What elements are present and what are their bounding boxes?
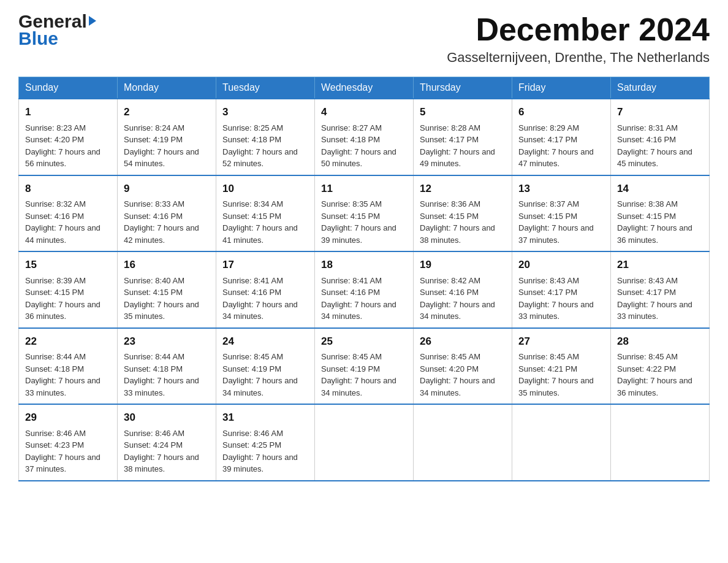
calendar-cell: 1 Sunrise: 8:23 AMSunset: 4:20 PMDayligh…	[19, 99, 118, 175]
calendar-cell: 7 Sunrise: 8:31 AMSunset: 4:16 PMDayligh…	[611, 99, 710, 175]
calendar-cell: 8 Sunrise: 8:32 AMSunset: 4:16 PMDayligh…	[19, 175, 118, 252]
calendar-cell: 13 Sunrise: 8:37 AMSunset: 4:15 PMDaylig…	[512, 175, 611, 252]
day-info: Sunrise: 8:37 AMSunset: 4:15 PMDaylight:…	[518, 199, 594, 245]
calendar-week-row-5: 29 Sunrise: 8:46 AMSunset: 4:23 PMDaylig…	[19, 404, 710, 481]
calendar-cell: 21 Sunrise: 8:43 AMSunset: 4:17 PMDaylig…	[611, 251, 710, 328]
day-info: Sunrise: 8:38 AMSunset: 4:15 PMDaylight:…	[617, 199, 692, 245]
col-friday: Friday	[512, 77, 611, 99]
calendar-cell: 25 Sunrise: 8:45 AMSunset: 4:19 PMDaylig…	[315, 328, 414, 405]
day-info: Sunrise: 8:46 AMSunset: 4:23 PMDaylight:…	[25, 429, 100, 474]
day-number: 20	[518, 257, 604, 273]
calendar-cell: 4 Sunrise: 8:27 AMSunset: 4:18 PMDayligh…	[315, 99, 414, 175]
day-number: 23	[124, 334, 210, 350]
col-sunday: Sunday	[19, 77, 118, 99]
day-number: 15	[25, 257, 111, 273]
calendar-week-row-2: 8 Sunrise: 8:32 AMSunset: 4:16 PMDayligh…	[19, 175, 710, 252]
day-info: Sunrise: 8:32 AMSunset: 4:16 PMDaylight:…	[25, 199, 100, 245]
calendar-cell: 9 Sunrise: 8:33 AMSunset: 4:16 PMDayligh…	[118, 175, 216, 252]
day-number: 16	[124, 257, 210, 273]
day-info: Sunrise: 8:46 AMSunset: 4:24 PMDaylight:…	[124, 429, 199, 474]
calendar-week-row-1: 1 Sunrise: 8:23 AMSunset: 4:20 PMDayligh…	[19, 99, 710, 175]
day-info: Sunrise: 8:44 AMSunset: 4:18 PMDaylight:…	[124, 352, 199, 397]
day-info: Sunrise: 8:46 AMSunset: 4:25 PMDaylight:…	[222, 429, 298, 474]
day-info: Sunrise: 8:34 AMSunset: 4:15 PMDaylight:…	[222, 199, 298, 245]
calendar-cell: 26 Sunrise: 8:45 AMSunset: 4:20 PMDaylig…	[414, 328, 512, 405]
calendar-cell	[414, 404, 512, 481]
day-info: Sunrise: 8:33 AMSunset: 4:16 PMDaylight:…	[124, 199, 199, 245]
day-number: 27	[518, 334, 604, 350]
calendar-cell: 12 Sunrise: 8:36 AMSunset: 4:15 PMDaylig…	[414, 175, 512, 252]
calendar-cell: 10 Sunrise: 8:34 AMSunset: 4:15 PMDaylig…	[216, 175, 315, 252]
calendar-cell	[512, 404, 611, 481]
calendar-cell: 30 Sunrise: 8:46 AMSunset: 4:24 PMDaylig…	[118, 404, 216, 481]
day-number: 30	[124, 410, 210, 426]
day-info: Sunrise: 8:23 AMSunset: 4:20 PMDaylight:…	[25, 123, 100, 169]
calendar-cell: 17 Sunrise: 8:41 AMSunset: 4:16 PMDaylig…	[216, 251, 315, 328]
col-tuesday: Tuesday	[216, 77, 315, 99]
day-number: 1	[25, 104, 111, 120]
page-header: General Blue December 2024 Gasselternijv…	[18, 12, 710, 66]
col-thursday: Thursday	[414, 77, 512, 99]
calendar-cell: 29 Sunrise: 8:46 AMSunset: 4:23 PMDaylig…	[19, 404, 118, 481]
day-number: 9	[124, 181, 210, 197]
calendar-cell: 16 Sunrise: 8:40 AMSunset: 4:15 PMDaylig…	[118, 251, 216, 328]
calendar-cell: 2 Sunrise: 8:24 AMSunset: 4:19 PMDayligh…	[118, 99, 216, 175]
day-number: 12	[420, 181, 506, 197]
day-info: Sunrise: 8:43 AMSunset: 4:17 PMDaylight:…	[518, 276, 594, 321]
calendar-cell: 18 Sunrise: 8:41 AMSunset: 4:16 PMDaylig…	[315, 251, 414, 328]
day-info: Sunrise: 8:27 AMSunset: 4:18 PMDaylight:…	[321, 123, 396, 169]
day-info: Sunrise: 8:28 AMSunset: 4:17 PMDaylight:…	[420, 123, 495, 169]
day-number: 7	[617, 104, 703, 120]
day-number: 18	[321, 257, 407, 273]
col-monday: Monday	[118, 77, 216, 99]
day-info: Sunrise: 8:45 AMSunset: 4:19 PMDaylight:…	[222, 352, 298, 397]
day-info: Sunrise: 8:45 AMSunset: 4:22 PMDaylight:…	[617, 352, 692, 397]
logo: General Blue	[18, 12, 96, 49]
day-number: 22	[25, 334, 111, 350]
calendar-cell: 24 Sunrise: 8:45 AMSunset: 4:19 PMDaylig…	[216, 328, 315, 405]
day-info: Sunrise: 8:31 AMSunset: 4:16 PMDaylight:…	[617, 123, 692, 169]
title-block: December 2024 Gasselternijveen, Drenthe,…	[447, 12, 710, 66]
day-number: 13	[518, 181, 604, 197]
calendar-cell: 14 Sunrise: 8:38 AMSunset: 4:15 PMDaylig…	[611, 175, 710, 252]
day-info: Sunrise: 8:43 AMSunset: 4:17 PMDaylight:…	[617, 276, 692, 321]
calendar-cell: 6 Sunrise: 8:29 AMSunset: 4:17 PMDayligh…	[512, 99, 611, 175]
calendar-table: Sunday Monday Tuesday Wednesday Thursday…	[18, 77, 710, 481]
day-number: 2	[124, 104, 210, 120]
calendar-cell: 28 Sunrise: 8:45 AMSunset: 4:22 PMDaylig…	[611, 328, 710, 405]
day-number: 3	[222, 104, 308, 120]
day-number: 8	[25, 181, 111, 197]
day-info: Sunrise: 8:42 AMSunset: 4:16 PMDaylight:…	[420, 276, 495, 321]
day-number: 11	[321, 181, 407, 197]
day-info: Sunrise: 8:45 AMSunset: 4:21 PMDaylight:…	[518, 352, 594, 397]
day-number: 29	[25, 410, 111, 426]
calendar-cell	[315, 404, 414, 481]
day-number: 17	[222, 257, 308, 273]
logo-triangle-icon	[89, 16, 96, 26]
day-info: Sunrise: 8:44 AMSunset: 4:18 PMDaylight:…	[25, 352, 100, 397]
day-number: 31	[222, 410, 308, 426]
day-number: 5	[420, 104, 506, 120]
month-title: December 2024	[447, 12, 710, 47]
day-number: 4	[321, 104, 407, 120]
day-number: 28	[617, 334, 703, 350]
location-subtitle: Gasselternijveen, Drenthe, The Netherlan…	[447, 50, 710, 66]
calendar-cell: 11 Sunrise: 8:35 AMSunset: 4:15 PMDaylig…	[315, 175, 414, 252]
calendar-cell: 31 Sunrise: 8:46 AMSunset: 4:25 PMDaylig…	[216, 404, 315, 481]
calendar-cell: 3 Sunrise: 8:25 AMSunset: 4:18 PMDayligh…	[216, 99, 315, 175]
day-info: Sunrise: 8:36 AMSunset: 4:15 PMDaylight:…	[420, 199, 495, 245]
day-number: 14	[617, 181, 703, 197]
calendar-cell: 20 Sunrise: 8:43 AMSunset: 4:17 PMDaylig…	[512, 251, 611, 328]
calendar-cell: 23 Sunrise: 8:44 AMSunset: 4:18 PMDaylig…	[118, 328, 216, 405]
calendar-cell: 15 Sunrise: 8:39 AMSunset: 4:15 PMDaylig…	[19, 251, 118, 328]
col-wednesday: Wednesday	[315, 77, 414, 99]
calendar-cell: 27 Sunrise: 8:45 AMSunset: 4:21 PMDaylig…	[512, 328, 611, 405]
calendar-header-row: Sunday Monday Tuesday Wednesday Thursday…	[19, 77, 710, 99]
day-info: Sunrise: 8:24 AMSunset: 4:19 PMDaylight:…	[124, 123, 199, 169]
calendar-cell	[611, 404, 710, 481]
day-number: 21	[617, 257, 703, 273]
day-number: 6	[518, 104, 604, 120]
day-info: Sunrise: 8:35 AMSunset: 4:15 PMDaylight:…	[321, 199, 396, 245]
day-info: Sunrise: 8:45 AMSunset: 4:19 PMDaylight:…	[321, 352, 396, 397]
day-number: 25	[321, 334, 407, 350]
